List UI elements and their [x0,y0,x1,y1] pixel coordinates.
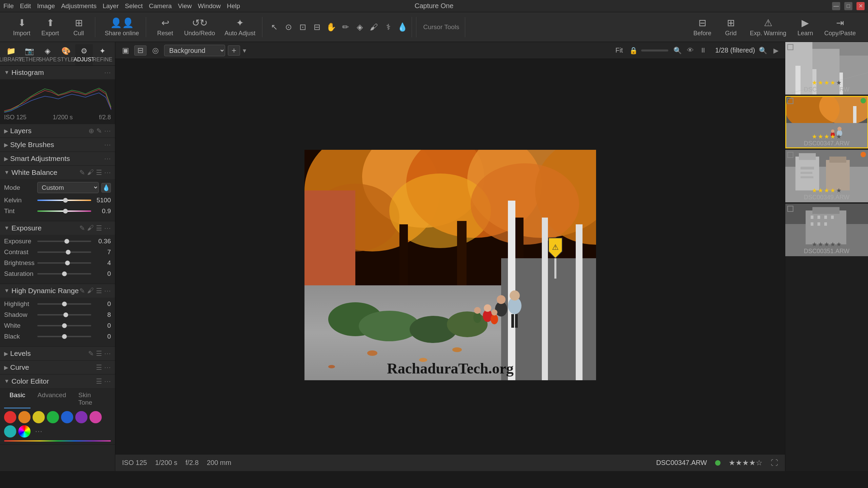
close-button[interactable]: ✕ [856,2,865,10]
status-rating[interactable]: ★★★★☆ [729,459,763,467]
hdr-header[interactable]: ▼ High Dynamic Range ✎ 🖌 ☰ ⋯ [0,284,115,298]
saturation-track[interactable] [37,273,91,274]
menu-help[interactable]: Help [227,2,240,10]
curve-more[interactable]: ⋯ [104,363,111,371]
thumb-checkbox-2[interactable] [787,98,793,104]
layer-options-button[interactable]: ▾ [243,46,246,55]
cull-button[interactable]: ⊞ Cull [65,15,92,39]
learn-button[interactable]: ▶ Learn [792,15,819,39]
zoom-pause-button[interactable]: ⏸ [698,46,708,55]
filmstrip-item-dsc00351[interactable]: ★ ★ ★ ★ ★ DSC00351.ARW [785,204,868,256]
swatch-red[interactable] [4,411,16,423]
view-compare-button[interactable]: ◎ [149,45,161,56]
smart-adjustments-more[interactable]: ⋯ [104,155,111,163]
view-single-button[interactable]: ▣ [119,45,132,56]
panel-tabs-more[interactable]: ⋮ [112,44,115,65]
white-thumb[interactable] [62,323,67,328]
cursor-pan-tool[interactable]: ✋ [325,21,338,34]
undoredo-button[interactable]: ↺↻ Undo/Redo [180,15,219,39]
swatch-all[interactable] [18,425,31,438]
brightness-track[interactable] [37,262,91,264]
wb-tint-thumb[interactable] [63,209,68,214]
cursor-heal-tool[interactable]: ⚕ [382,21,395,34]
thumb-checkbox-4[interactable] [787,206,793,212]
swatch-purple[interactable] [75,411,87,423]
cursor-stamp-tool[interactable]: ◈ [353,21,366,34]
levels-more[interactable]: ⋯ [104,349,111,358]
filmstrip-item-dsc00347[interactable]: ★ ★ ★ ★ ★ DSC00347.ARW [785,96,868,148]
cursor-pen-tool[interactable]: ✏ [339,21,352,34]
wb-edit[interactable]: ✎ [79,168,85,177]
swatch-yellow[interactable] [33,411,45,423]
cursor-straighten-tool[interactable]: ⊟ [311,21,323,34]
wb-tint-track[interactable] [37,210,91,212]
hdr-brush[interactable]: 🖌 [87,287,94,295]
layer-selector[interactable]: Background [164,45,225,56]
menu-layer[interactable]: Layer [103,2,119,10]
image-nav-right[interactable]: ▶ [771,46,781,55]
exp-edit[interactable]: ✎ [79,224,85,232]
maximize-button[interactable]: □ [844,2,852,10]
status-expand-button[interactable]: ⛶ [771,459,778,467]
thumb-checkbox-1[interactable] [787,44,793,50]
levels-list[interactable]: ☰ [96,349,102,358]
tab-adjust[interactable]: ⚙ ADJUST [75,44,93,65]
swatch-green[interactable] [47,411,59,423]
white-balance-header[interactable]: ▼ White Balance ✎ 🖌 ☰ ⋯ [0,166,115,179]
exp-brush[interactable]: 🖌 [87,224,94,232]
filmstrip-item-dsc00349[interactable]: ★ ★ ★ ★ ★ DSC00349.ARW [785,150,868,202]
hdr-more[interactable]: ⋯ [104,287,111,295]
color-tab-basic[interactable]: Basic [4,390,31,408]
contrast-track[interactable] [37,251,91,253]
wb-list[interactable]: ☰ [96,168,102,177]
grid-button[interactable]: ⊞ Grid [717,15,745,39]
swatch-orange[interactable] [18,411,31,423]
wb-pick-button[interactable]: 💧 [101,183,111,192]
wb-more[interactable]: ⋯ [104,168,111,177]
color-tab-skintone[interactable]: Skin Tone [73,390,111,408]
layers-add[interactable]: ⊕ [88,127,94,135]
add-layer-button[interactable]: + [228,45,240,56]
black-thumb[interactable] [62,334,67,339]
hdr-edit[interactable]: ✎ [79,287,85,295]
share-button[interactable]: 👤👤 Share online [101,15,143,39]
tab-refine[interactable]: ✦ REFINE [94,44,111,65]
tab-library[interactable]: 📁 LIBRARY [2,44,20,65]
shadow-thumb[interactable] [63,312,68,317]
color-more-button[interactable]: ⋯ [33,425,45,438]
minimize-button[interactable]: — [832,2,840,10]
exposure-thumb[interactable] [64,239,69,244]
before-button[interactable]: ⊟ Before [689,15,716,39]
menu-window[interactable]: Window [198,2,221,10]
highlight-track[interactable] [37,303,91,305]
layers-edit[interactable]: ✎ [96,127,102,135]
menu-adjustments[interactable]: Adjustments [61,2,97,10]
layers-more[interactable]: ⋯ [104,127,111,135]
zoom-eye-button[interactable]: 👁 [685,46,695,55]
cursor-select-tool[interactable]: ↖ [268,21,281,34]
thumb-checkbox-3[interactable] [787,152,793,158]
levels-edit[interactable]: ✎ [88,349,94,358]
shadow-track[interactable] [37,314,91,316]
cursor-lasso-tool[interactable]: ⊙ [282,21,295,34]
exposure-track[interactable] [37,241,91,242]
cursor-eyedrop-tool[interactable]: 💧 [396,21,409,34]
style-brushes-header[interactable]: ▶ Style Brushes ⋯ [0,138,115,151]
black-track[interactable] [37,336,91,337]
ce-more[interactable]: ⋯ [104,377,111,385]
autoadjust-button[interactable]: ✦ Auto Adjust [220,15,259,39]
histogram-header[interactable]: ▼ Histogram ⋯ [0,66,115,79]
color-tab-advanced[interactable]: Advanced [32,390,72,408]
white-track[interactable] [37,325,91,326]
wb-kelvin-thumb[interactable] [63,198,68,203]
menu-select[interactable]: Select [125,2,143,10]
exp-more[interactable]: ⋯ [104,224,111,232]
copypaste-button[interactable]: ⇥ Copy/Paste [820,15,860,39]
tab-tether[interactable]: 📷 TETHER [20,44,38,65]
highlight-thumb[interactable] [62,302,67,306]
image-viewer[interactable]: ⚠ [115,59,785,471]
style-brushes-more[interactable]: ⋯ [104,141,111,149]
reset-button[interactable]: ↩ Reset [152,15,179,39]
zoom-lock-button[interactable]: 🔒 [628,46,638,55]
filmstrip-item-dsc00341[interactable]: ★ ★ ★ ★ ★ DSC00341.ARW [785,42,868,95]
